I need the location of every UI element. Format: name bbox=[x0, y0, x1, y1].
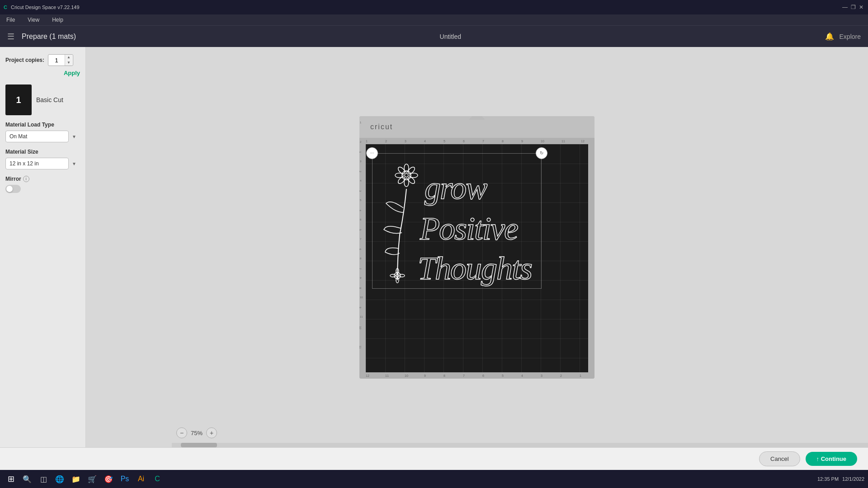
svg-text:12: 12 bbox=[581, 140, 585, 143]
horizontal-scrollbar-thumb[interactable] bbox=[181, 443, 217, 447]
svg-point-38 bbox=[399, 274, 405, 277]
start-button[interactable]: ⊞ bbox=[4, 472, 18, 486]
search-taskbar-button[interactable]: 🔍 bbox=[20, 472, 34, 486]
svg-point-37 bbox=[390, 274, 396, 277]
material-load-type-select[interactable]: On Mat Without Mat bbox=[5, 131, 69, 142]
ruler-corner-br bbox=[588, 372, 594, 379]
svg-text:6: 6 bbox=[482, 374, 484, 377]
spinner-up-button[interactable]: ▲ bbox=[65, 55, 72, 60]
svg-text:5: 5 bbox=[443, 140, 445, 143]
zoom-plus-icon: + bbox=[210, 429, 213, 436]
taskbar-date: 12/1/2022 bbox=[842, 476, 864, 482]
zoom-out-button[interactable]: − bbox=[176, 427, 187, 438]
material-size-select-wrap: 12 in x 12 in 12 in x 24 in Custom ▼ bbox=[5, 158, 80, 169]
mat-canvas: cricut 1 2 3 4 5 6 7 8 9 bbox=[359, 116, 594, 379]
illustrator-icon[interactable]: Ai bbox=[134, 472, 148, 486]
material-size-chevron-icon: ▼ bbox=[72, 161, 76, 166]
edge-browser-icon[interactable]: 🌐 bbox=[52, 472, 67, 486]
svg-text:5: 5 bbox=[502, 374, 504, 377]
svg-text:11: 11 bbox=[360, 315, 363, 318]
svg-text:7: 7 bbox=[463, 374, 465, 377]
microsoft-store-icon[interactable]: 🛒 bbox=[85, 472, 99, 486]
svg-text:8: 8 bbox=[502, 140, 504, 143]
spinner-down-button[interactable]: ▼ bbox=[65, 60, 72, 66]
svg-text:9: 9 bbox=[424, 374, 426, 377]
material-size-section: Material Size 12 in x 12 in 12 in x 24 i… bbox=[5, 149, 80, 169]
mat-arrow-icon bbox=[469, 116, 485, 120]
svg-text:9: 9 bbox=[360, 277, 362, 279]
horizontal-scrollbar[interactable] bbox=[172, 443, 868, 447]
maximize-button[interactable]: ❐ bbox=[850, 4, 856, 10]
titlebar: C Cricut Design Space v7.22.149 — ❐ ✕ bbox=[0, 0, 868, 14]
ruler-bottom: 12 11 10 9 8 7 6 5 4 3 2 1 bbox=[366, 372, 588, 379]
hamburger-menu-icon[interactable]: ☰ bbox=[7, 32, 14, 42]
apply-button[interactable]: Apply bbox=[64, 70, 80, 76]
zoom-in-button[interactable]: + bbox=[206, 427, 217, 438]
close-button[interactable]: ✕ bbox=[858, 4, 864, 10]
cancel-button[interactable]: Cancel bbox=[759, 451, 800, 466]
svg-text:2: 2 bbox=[385, 140, 387, 143]
appbar: ☰ Prepare (1 mats) Untitled 🔔 Explore bbox=[0, 25, 868, 47]
mirror-toggle[interactable] bbox=[5, 185, 21, 193]
svg-text:2: 2 bbox=[560, 374, 562, 377]
svg-text:9: 9 bbox=[521, 140, 523, 143]
svg-text:4: 4 bbox=[424, 140, 426, 143]
file-explorer-icon[interactable]: 📁 bbox=[69, 472, 83, 486]
material-size-label: Material Size bbox=[5, 149, 80, 155]
svg-text:Thoughts: Thoughts bbox=[418, 250, 532, 286]
svg-text:2: 2 bbox=[360, 141, 362, 143]
svg-text:grow: grow bbox=[425, 170, 487, 206]
project-copies-input[interactable] bbox=[48, 56, 65, 65]
photoshop-icon[interactable]: Ps bbox=[118, 472, 132, 486]
svg-text:Positive: Positive bbox=[420, 211, 518, 247]
spinner: ▲ ▼ bbox=[65, 55, 72, 66]
svg-text:3: 3 bbox=[541, 374, 542, 377]
ruler-right: 1 2 3 4 5 6 7 8 9 10 11 bbox=[588, 144, 594, 372]
svg-text:6: 6 bbox=[463, 140, 465, 143]
svg-text:7: 7 bbox=[360, 238, 362, 240]
svg-text:1: 1 bbox=[360, 121, 362, 124]
page-title: Prepare (1 mats) bbox=[22, 33, 76, 41]
cricut-logo: cricut bbox=[370, 123, 393, 131]
svg-point-30 bbox=[407, 166, 416, 175]
main-layout: Project copies: ▲ ▼ Apply 1 Basic Cut bbox=[0, 47, 868, 447]
taskbar: ⊞ 🔍 ◫ 🌐 📁 🛒 🎯 Ps Ai C 12:35 PM 12/1/2022 bbox=[0, 470, 868, 488]
minimize-button[interactable]: — bbox=[842, 4, 848, 10]
menu-file[interactable]: File bbox=[4, 16, 18, 24]
task-view-button[interactable]: ◫ bbox=[36, 472, 51, 486]
zoom-controls: − 75% + bbox=[176, 427, 217, 438]
svg-text:1: 1 bbox=[580, 374, 581, 377]
mirror-info-icon[interactable]: i bbox=[23, 176, 29, 182]
app-icon-1[interactable]: 🎯 bbox=[101, 472, 116, 486]
svg-text:4: 4 bbox=[521, 374, 523, 377]
explore-button[interactable]: Explore bbox=[840, 33, 861, 40]
svg-point-32 bbox=[407, 176, 416, 185]
svg-text:12: 12 bbox=[366, 374, 369, 377]
ruler-corner-tr bbox=[588, 138, 594, 144]
svg-text:3: 3 bbox=[360, 160, 362, 163]
zoom-minus-icon: − bbox=[180, 429, 184, 436]
svg-text:1: 1 bbox=[366, 140, 368, 143]
project-copies-section: Project copies: ▲ ▼ Apply bbox=[5, 54, 80, 76]
ruler-top-row: 1 2 3 4 5 6 7 8 9 10 11 12 bbox=[359, 138, 594, 144]
mat-number: 1 bbox=[16, 95, 21, 105]
menu-view[interactable]: View bbox=[25, 16, 42, 24]
document-title: Untitled bbox=[440, 33, 461, 40]
bottom-bar: Cancel ↑ Continue bbox=[0, 447, 868, 470]
notification-bell-icon[interactable]: 🔔 bbox=[825, 32, 834, 41]
project-copies-label: Project copies: bbox=[5, 57, 44, 63]
continue-button[interactable]: ↑ Continue bbox=[806, 452, 857, 466]
mat-thumbnail-row: 1 Basic Cut bbox=[5, 84, 80, 115]
cricut-icon[interactable]: C bbox=[150, 472, 165, 486]
mirror-toggle-thumb bbox=[6, 186, 13, 192]
titlebar-controls[interactable]: — ❐ ✕ bbox=[842, 4, 864, 10]
svg-text:4: 4 bbox=[360, 179, 362, 182]
svg-point-29 bbox=[397, 166, 406, 175]
material-size-select[interactable]: 12 in x 12 in 12 in x 24 in Custom bbox=[5, 158, 69, 169]
svg-point-31 bbox=[397, 176, 406, 185]
project-copies-input-wrap: ▲ ▼ bbox=[48, 54, 73, 66]
svg-text:8: 8 bbox=[443, 374, 445, 377]
menu-help[interactable]: Help bbox=[49, 16, 66, 24]
menubar: File View Help bbox=[0, 14, 868, 25]
basic-cut-label: Basic Cut bbox=[36, 96, 63, 103]
